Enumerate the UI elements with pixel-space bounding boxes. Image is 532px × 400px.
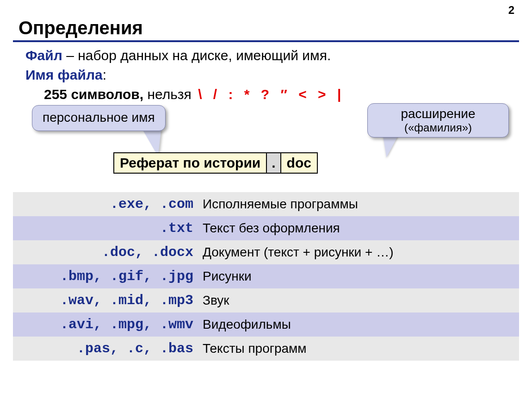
filename-diagram: персональное имя расширение («фамилия») … (25, 104, 513, 192)
callout-left-text: персональное имя (43, 110, 155, 125)
content-block: Файл – набор данных на диске, имеющий им… (25, 48, 513, 192)
desc-cell: Документ (текст + рисунки + …) (198, 240, 519, 264)
filename-ext: doc (281, 153, 317, 173)
forbidden-chars: \ / : * ? ″ < > | (198, 87, 345, 102)
term-file: Файл (25, 48, 62, 63)
ext-cell: .exe, .com (13, 192, 198, 216)
page-number: 2 (508, 4, 514, 17)
callout-right-text: расширение (401, 106, 475, 121)
table-row: .wav, .mid, .mp3Звук (13, 288, 519, 312)
callout-personal-name: персональное имя (32, 105, 166, 131)
def-file-text: – набор данных на диске, имеющий имя. (62, 48, 331, 63)
filename-name: Реферат по истории (114, 153, 267, 173)
definition-file: Файл – набор данных на диске, имеющий им… (25, 48, 513, 63)
ext-cell: .doc, .docx (13, 240, 198, 264)
table-row: .avi, .mpg, .wmvВидеофильмы (13, 312, 519, 337)
table-row: .txtТекст без оформления (13, 216, 519, 240)
desc-cell: Тексты программ (198, 337, 519, 361)
term-filename: Имя файла (25, 67, 103, 82)
desc-cell: Звук (198, 288, 519, 312)
ext-cell: .wav, .mid, .mp3 (13, 288, 198, 312)
filename-rules: 255 символов, нельзя \ / : * ? ″ < > | (44, 87, 513, 102)
table-row: .doc, .docxДокумент (текст + рисунки + …… (13, 240, 519, 264)
title-rule (13, 40, 519, 42)
table-row: .bmp, .gif, .jpgРисунки (13, 264, 519, 288)
callout-extension: расширение («фамилия») (367, 103, 509, 138)
colon: : (103, 67, 106, 82)
filename-box: Реферат по истории . doc (113, 152, 318, 174)
table-row: .exe, .comИсполняемые программы (13, 192, 519, 216)
definition-filename: Имя файла: (25, 67, 513, 83)
ext-cell: .avi, .mpg, .wmv (13, 312, 198, 337)
table-row: .pas, .c, .basТексты программ (13, 337, 519, 361)
ext-cell: .pas, .c, .bas (13, 337, 198, 361)
filename-dot: . (267, 153, 281, 173)
forbidden-label: нельзя (143, 87, 195, 102)
desc-cell: Текст без оформления (198, 216, 519, 240)
slide-title: Определения (19, 18, 532, 38)
extensions-table: .exe, .comИсполняемые программы.txtТекст… (13, 192, 519, 361)
desc-cell: Рисунки (198, 264, 519, 288)
callout-right-sub: («фамилия») (378, 121, 498, 134)
ext-cell: .txt (13, 216, 198, 240)
desc-cell: Видеофильмы (198, 312, 519, 337)
desc-cell: Исполняемые программы (198, 192, 519, 216)
ext-cell: .bmp, .gif, .jpg (13, 264, 198, 288)
char-limit: 255 символов, (44, 87, 143, 102)
